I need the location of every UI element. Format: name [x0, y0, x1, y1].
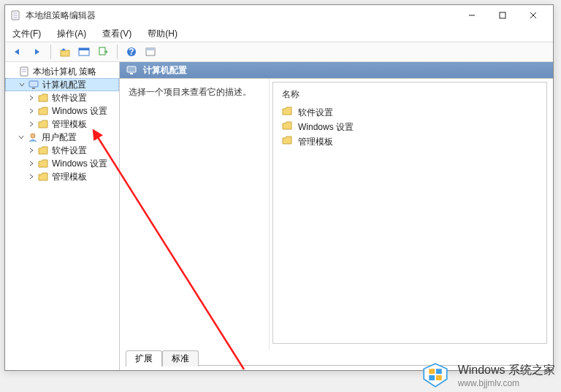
menu-help[interactable]: 帮助(H): [145, 26, 180, 42]
tree-label: 软件设置: [52, 145, 87, 157]
folder-icon: [37, 171, 49, 182]
folder-icon: [282, 107, 294, 118]
chevron-down-icon[interactable]: [18, 80, 26, 89]
watermark-text: Windows 系统之家 www.bjjmlv.com: [458, 363, 555, 388]
watermark-title: Windows 系统之家: [458, 363, 555, 378]
app-icon: [9, 9, 21, 21]
tree-label: 管理模板: [52, 118, 87, 131]
svg-rect-28: [436, 375, 442, 380]
windows-logo-icon: [420, 360, 451, 391]
content-panel: 计算机配置 选择一个项目来查看它的描述。 名称 软件设置 Windows 设置: [120, 62, 553, 370]
list-header-name[interactable]: 名称: [279, 87, 541, 105]
svg-point-21: [31, 134, 35, 138]
menubar: 文件(F) 操作(A) 查看(V) 帮助(H): [5, 26, 553, 42]
menu-view[interactable]: 查看(V): [99, 26, 134, 42]
chevron-down-icon[interactable]: [17, 133, 26, 142]
tree-comp-templates[interactable]: 管理模板: [5, 118, 119, 131]
folder-icon: [37, 92, 49, 104]
tree-user-templates[interactable]: 管理模板: [5, 170, 119, 183]
titlebar: 本地组策略编辑器: [5, 5, 553, 26]
list-item-label: Windows 设置: [298, 121, 354, 134]
tree-label: 软件设置: [52, 92, 87, 104]
description-text: 选择一个项目来查看它的描述。: [129, 87, 251, 97]
tree-root[interactable]: 本地计算机 策略: [5, 65, 119, 78]
user-icon: [27, 131, 39, 143]
svg-rect-11: [99, 47, 105, 55]
watermark-url: www.bjjmlv.com: [458, 378, 555, 388]
nav-forward-button[interactable]: [28, 44, 45, 60]
tree-label: 管理模板: [52, 171, 87, 183]
svg-rect-23: [130, 73, 133, 74]
help-button[interactable]: ?: [123, 44, 140, 60]
content-header-title: 计算机配置: [143, 64, 187, 77]
list-item-label: 软件设置: [298, 107, 333, 119]
chevron-right-icon[interactable]: [27, 107, 36, 115]
tree-label: 用户配置: [42, 131, 77, 144]
up-level-button[interactable]: [57, 44, 73, 60]
tree-panel[interactable]: 本地计算机 策略 计算机配置 软件设置 Windows 设置 管理模板: [5, 62, 120, 370]
toolbar-separator: [117, 45, 118, 59]
chevron-right-icon[interactable]: [27, 159, 36, 168]
folder-icon: [282, 121, 294, 133]
computer-icon: [28, 79, 39, 91]
tree-comp-windows[interactable]: Windows 设置: [5, 104, 119, 118]
content-body: 选择一个项目来查看它的描述。 名称 软件设置 Windows 设置 管理模板: [120, 78, 553, 350]
folder-icon: [282, 136, 294, 147]
filter-button[interactable]: [142, 44, 159, 60]
folder-icon: [37, 145, 49, 156]
svg-rect-25: [429, 369, 435, 374]
tree-label: Windows 设置: [52, 158, 107, 170]
svg-rect-20: [32, 88, 35, 89]
tree-user-windows[interactable]: Windows 设置: [5, 157, 119, 170]
policy-icon: [18, 66, 30, 77]
svg-text:?: ?: [129, 47, 134, 57]
svg-rect-26: [436, 369, 442, 374]
svg-rect-5: [500, 12, 505, 18]
description-column: 选择一个项目来查看它的描述。: [120, 79, 270, 350]
window-controls: [457, 6, 549, 25]
workspace: 本地计算机 策略 计算机配置 软件设置 Windows 设置 管理模板: [5, 62, 553, 370]
tree-user-software[interactable]: 软件设置: [5, 144, 119, 157]
tree-label: Windows 设置: [52, 105, 107, 118]
close-button[interactable]: [518, 6, 549, 25]
chevron-right-icon[interactable]: [27, 172, 36, 181]
content-header: 计算机配置: [120, 62, 553, 78]
tree-label: 本地计算机 策略: [33, 66, 96, 78]
tree-comp-software[interactable]: 软件设置: [5, 91, 119, 104]
computer-icon: [126, 64, 137, 76]
folder-icon: [37, 118, 49, 130]
show-hide-tree-button[interactable]: [76, 44, 92, 60]
minimize-button[interactable]: [457, 6, 487, 25]
folder-icon: [37, 158, 49, 169]
svg-rect-27: [429, 375, 435, 380]
list-item-software[interactable]: 软件设置: [279, 105, 541, 120]
tree-label: 计算机配置: [42, 79, 86, 91]
tab-standard[interactable]: 标准: [162, 350, 199, 366]
gpedit-window: 本地组策略编辑器 文件(F) 操作(A) 查看(V) 帮助(H) ? 本地计算机…: [4, 4, 554, 371]
menu-file[interactable]: 文件(F): [9, 26, 44, 42]
tree-computer-config[interactable]: 计算机配置: [5, 78, 119, 91]
menu-action[interactable]: 操作(A): [54, 26, 89, 42]
svg-rect-19: [29, 81, 38, 87]
chevron-right-icon[interactable]: [27, 93, 36, 102]
toolbar: ?: [5, 42, 553, 62]
folder-icon: [37, 105, 49, 117]
tree-user-config[interactable]: 用户配置: [5, 131, 119, 144]
svg-rect-10: [79, 48, 89, 50]
list-item-label: 管理模板: [298, 136, 333, 148]
chevron-right-icon[interactable]: [27, 146, 36, 155]
watermark: Windows 系统之家 www.bjjmlv.com: [420, 360, 555, 391]
chevron-right-icon[interactable]: [27, 120, 36, 128]
window-title: 本地组策略编辑器: [26, 9, 457, 22]
toolbar-separator: [50, 45, 51, 59]
tab-extended[interactable]: 扩展: [126, 350, 162, 366]
svg-rect-15: [146, 48, 155, 50]
list-item-windows[interactable]: Windows 设置: [279, 120, 541, 134]
list-column: 名称 软件设置 Windows 设置 管理模板: [272, 82, 547, 344]
maximize-button[interactable]: [487, 6, 518, 25]
svg-rect-22: [127, 66, 136, 72]
nav-back-button[interactable]: [9, 44, 26, 60]
svg-rect-8: [61, 50, 69, 56]
list-item-templates[interactable]: 管理模板: [279, 134, 541, 149]
export-list-button[interactable]: [95, 44, 111, 60]
